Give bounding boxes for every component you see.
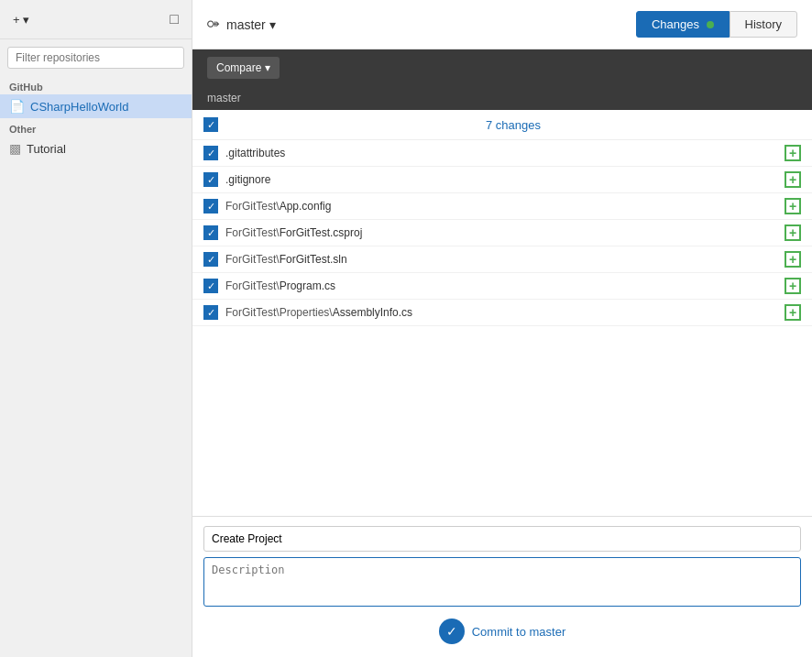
table-row: ForGitTest\App.config + (192, 193, 812, 220)
changes-dot-indicator (707, 21, 714, 28)
repo-name-tutorial: Tutorial (27, 142, 66, 156)
file-checkbox-assemblyinfo[interactable] (203, 305, 218, 320)
add-indicator-gitattributes: + (785, 145, 801, 161)
repo-name-csharphelloworld: CSharpHelloWorld (30, 100, 128, 114)
add-indicator-programcs: + (785, 278, 801, 294)
compare-button[interactable]: Compare ▾ (207, 57, 280, 79)
repo-item-tutorial[interactable]: ▩ Tutorial (0, 137, 192, 160)
file-icon: 📄 (9, 99, 25, 114)
branch-selector-button[interactable]: master ▾ (226, 17, 276, 32)
commit-btn-row: ✓ Commit to master (203, 609, 801, 648)
top-bar: ⚩ master ▾ Changes History (192, 0, 812, 49)
commit-button[interactable]: ✓ Commit to master (439, 619, 566, 644)
add-indicator-appconfig: + (785, 198, 801, 214)
commit-button-label: Commit to master (472, 625, 566, 639)
file-name-gitignore: .gitignore (225, 173, 777, 186)
other-section: Other ▩ Tutorial (0, 118, 192, 160)
monitor-icon: ▩ (9, 141, 21, 156)
table-row: ForGitTest\ForGitTest.sln + (192, 246, 812, 273)
file-checkbox-gitattributes[interactable] (203, 146, 218, 160)
filter-repos-input[interactable] (7, 47, 184, 69)
github-section: GitHub 📄 CSharpHelloWorld (0, 76, 192, 118)
changes-panel: 7 changes .gitattributes + .gitignore + … (192, 110, 812, 657)
compare-bar: Compare ▾ (192, 49, 812, 86)
branch-icon: ⚩ (207, 16, 219, 33)
branch-section: ⚩ master ▾ (207, 16, 276, 33)
select-all-checkbox[interactable] (203, 117, 218, 132)
file-list: .gitattributes + .gitignore + ForGitTest… (192, 140, 812, 328)
file-checkbox-appconfig[interactable] (203, 199, 218, 214)
chevron-down-icon: ▾ (269, 17, 276, 32)
file-name-appconfig: ForGitTest\App.config (225, 200, 777, 213)
branch-name: master (226, 17, 266, 32)
tab-changes-label: Changes (652, 17, 699, 31)
changes-count: 7 changes (225, 118, 801, 132)
tab-changes[interactable]: Changes (636, 11, 730, 38)
changes-header: 7 changes (192, 110, 812, 140)
tab-history-label: History (745, 17, 782, 31)
tab-history[interactable]: History (730, 11, 797, 38)
add-indicator-csproj: + (785, 224, 801, 241)
add-button[interactable]: + ▾ (9, 11, 33, 28)
commit-description-input[interactable] (203, 557, 801, 607)
file-name-sln: ForGitTest\ForGitTest.sln (225, 253, 777, 266)
file-name-csproj: ForGitTest\ForGitTest.csproj (225, 226, 777, 239)
commit-circle-icon: ✓ (439, 619, 465, 644)
main-panel: ⚩ master ▾ Changes History Compare ▾ mas… (192, 0, 812, 657)
file-checkbox-csproj[interactable] (203, 225, 218, 240)
branch-label-row: master (192, 86, 812, 110)
commit-title-input[interactable] (203, 526, 801, 552)
table-row: ForGitTest\Properties\AssemblyInfo.cs + (192, 300, 812, 326)
file-checkbox-sln[interactable] (203, 252, 218, 267)
file-checkbox-gitignore[interactable] (203, 172, 218, 187)
add-indicator-assemblyinfo: + (785, 304, 801, 321)
other-section-label: Other (0, 118, 192, 137)
table-row: ForGitTest\Program.cs + (192, 273, 812, 300)
repo-item-csharphelloworld[interactable]: 📄 CSharpHelloWorld (0, 94, 192, 118)
table-row: .gitattributes + (192, 140, 812, 167)
file-checkbox-programcs[interactable] (203, 279, 218, 293)
add-indicator-gitignore: + (785, 171, 801, 188)
toggle-sidebar-button[interactable]: □ (166, 9, 182, 29)
current-branch-label: master (207, 92, 241, 104)
tab-group: Changes History (636, 11, 797, 38)
table-row: ForGitTest\ForGitTest.csproj + (192, 220, 812, 246)
table-row: .gitignore + (192, 167, 812, 193)
sidebar: + ▾ □ GitHub 📄 CSharpHelloWorld Other ▩ … (0, 0, 192, 657)
compare-label: Compare ▾ (216, 61, 270, 74)
add-indicator-sln: + (785, 251, 801, 268)
sidebar-top: + ▾ □ (0, 0, 192, 39)
file-name-assemblyinfo: ForGitTest\Properties\AssemblyInfo.cs (225, 306, 777, 319)
github-section-label: GitHub (0, 76, 192, 94)
commit-area: ✓ Commit to master (192, 516, 812, 657)
file-name-gitattributes: .gitattributes (225, 147, 777, 159)
file-name-programcs: ForGitTest\Program.cs (225, 279, 777, 292)
